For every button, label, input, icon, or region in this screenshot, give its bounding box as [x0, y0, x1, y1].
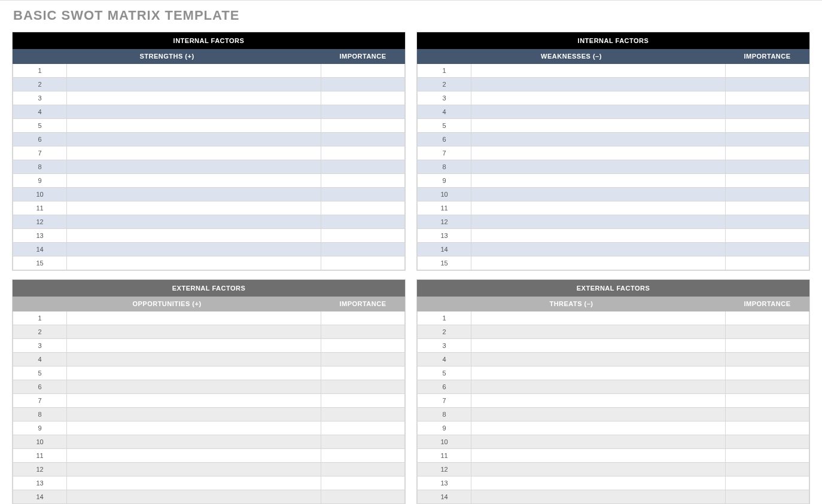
threats-item-cell[interactable] — [471, 435, 726, 449]
strengths-importance-cell[interactable] — [321, 133, 404, 146]
weaknesses-item-cell[interactable] — [471, 256, 726, 270]
opportunities-item-cell[interactable] — [67, 353, 321, 366]
strengths-importance-cell[interactable] — [321, 64, 404, 78]
threats-item-cell[interactable] — [471, 421, 726, 435]
threats-importance-cell[interactable] — [725, 421, 809, 435]
strengths-item-cell[interactable] — [67, 146, 321, 160]
threats-item-cell[interactable] — [471, 394, 726, 408]
opportunities-item-cell[interactable] — [67, 463, 321, 476]
weaknesses-item-cell[interactable] — [471, 133, 726, 146]
weaknesses-importance-cell[interactable] — [725, 256, 809, 270]
opportunities-importance-cell[interactable] — [321, 353, 404, 366]
opportunities-item-cell[interactable] — [67, 421, 321, 435]
weaknesses-item-cell[interactable] — [471, 160, 726, 174]
weaknesses-importance-cell[interactable] — [725, 215, 809, 229]
threats-importance-cell[interactable] — [725, 325, 809, 339]
opportunities-item-cell[interactable] — [67, 325, 321, 339]
threats-item-cell[interactable] — [471, 339, 726, 353]
threats-importance-cell[interactable] — [725, 463, 809, 476]
strengths-item-cell[interactable] — [67, 119, 321, 133]
weaknesses-importance-cell[interactable] — [725, 91, 809, 105]
opportunities-item-cell[interactable] — [67, 380, 321, 394]
threats-item-cell[interactable] — [471, 408, 726, 421]
opportunities-importance-cell[interactable] — [321, 476, 404, 490]
threats-item-cell[interactable] — [471, 449, 726, 463]
opportunities-importance-cell[interactable] — [321, 311, 404, 325]
weaknesses-importance-cell[interactable] — [725, 64, 809, 78]
weaknesses-importance-cell[interactable] — [725, 119, 809, 133]
threats-importance-cell[interactable] — [725, 408, 809, 421]
weaknesses-importance-cell[interactable] — [725, 174, 809, 188]
opportunities-item-cell[interactable] — [67, 490, 321, 504]
strengths-item-cell[interactable] — [67, 160, 321, 174]
threats-item-cell[interactable] — [471, 366, 726, 380]
threats-importance-cell[interactable] — [725, 476, 809, 490]
strengths-importance-cell[interactable] — [321, 188, 404, 201]
opportunities-item-cell[interactable] — [67, 408, 321, 421]
strengths-importance-cell[interactable] — [321, 160, 404, 174]
strengths-importance-cell[interactable] — [321, 243, 404, 256]
strengths-importance-cell[interactable] — [321, 174, 404, 188]
opportunities-importance-cell[interactable] — [321, 449, 404, 463]
weaknesses-item-cell[interactable] — [471, 119, 726, 133]
weaknesses-importance-cell[interactable] — [725, 188, 809, 201]
opportunities-importance-cell[interactable] — [321, 380, 404, 394]
weaknesses-item-cell[interactable] — [471, 64, 726, 78]
weaknesses-importance-cell[interactable] — [725, 160, 809, 174]
threats-item-cell[interactable] — [471, 311, 726, 325]
strengths-item-cell[interactable] — [67, 105, 321, 119]
opportunities-item-cell[interactable] — [67, 435, 321, 449]
strengths-item-cell[interactable] — [67, 201, 321, 215]
strengths-item-cell[interactable] — [67, 78, 321, 91]
strengths-item-cell[interactable] — [67, 243, 321, 256]
threats-importance-cell[interactable] — [725, 353, 809, 366]
opportunities-item-cell[interactable] — [67, 311, 321, 325]
strengths-importance-cell[interactable] — [321, 91, 404, 105]
strengths-importance-cell[interactable] — [321, 201, 404, 215]
opportunities-importance-cell[interactable] — [321, 394, 404, 408]
threats-importance-cell[interactable] — [725, 380, 809, 394]
weaknesses-importance-cell[interactable] — [725, 229, 809, 243]
opportunities-importance-cell[interactable] — [321, 421, 404, 435]
weaknesses-item-cell[interactable] — [471, 201, 726, 215]
strengths-item-cell[interactable] — [67, 256, 321, 270]
weaknesses-item-cell[interactable] — [471, 243, 726, 256]
strengths-importance-cell[interactable] — [321, 105, 404, 119]
weaknesses-importance-cell[interactable] — [725, 146, 809, 160]
strengths-item-cell[interactable] — [67, 188, 321, 201]
weaknesses-item-cell[interactable] — [471, 188, 726, 201]
weaknesses-importance-cell[interactable] — [725, 243, 809, 256]
opportunities-item-cell[interactable] — [67, 476, 321, 490]
weaknesses-importance-cell[interactable] — [725, 78, 809, 91]
threats-importance-cell[interactable] — [725, 435, 809, 449]
strengths-item-cell[interactable] — [67, 174, 321, 188]
weaknesses-item-cell[interactable] — [471, 78, 726, 91]
opportunities-item-cell[interactable] — [67, 366, 321, 380]
opportunities-item-cell[interactable] — [67, 339, 321, 353]
strengths-importance-cell[interactable] — [321, 256, 404, 270]
strengths-item-cell[interactable] — [67, 133, 321, 146]
strengths-item-cell[interactable] — [67, 64, 321, 78]
threats-importance-cell[interactable] — [725, 311, 809, 325]
weaknesses-item-cell[interactable] — [471, 215, 726, 229]
strengths-importance-cell[interactable] — [321, 78, 404, 91]
weaknesses-importance-cell[interactable] — [725, 105, 809, 119]
opportunities-importance-cell[interactable] — [321, 339, 404, 353]
threats-importance-cell[interactable] — [725, 490, 809, 504]
strengths-item-cell[interactable] — [67, 91, 321, 105]
opportunities-importance-cell[interactable] — [321, 490, 404, 504]
opportunities-item-cell[interactable] — [67, 394, 321, 408]
threats-item-cell[interactable] — [471, 476, 726, 490]
threats-item-cell[interactable] — [471, 325, 726, 339]
strengths-item-cell[interactable] — [67, 229, 321, 243]
strengths-importance-cell[interactable] — [321, 215, 404, 229]
weaknesses-importance-cell[interactable] — [725, 201, 809, 215]
opportunities-importance-cell[interactable] — [321, 325, 404, 339]
strengths-importance-cell[interactable] — [321, 146, 404, 160]
threats-item-cell[interactable] — [471, 353, 726, 366]
opportunities-importance-cell[interactable] — [321, 463, 404, 476]
threats-item-cell[interactable] — [471, 490, 726, 504]
weaknesses-item-cell[interactable] — [471, 146, 726, 160]
threats-item-cell[interactable] — [471, 380, 726, 394]
threats-importance-cell[interactable] — [725, 339, 809, 353]
